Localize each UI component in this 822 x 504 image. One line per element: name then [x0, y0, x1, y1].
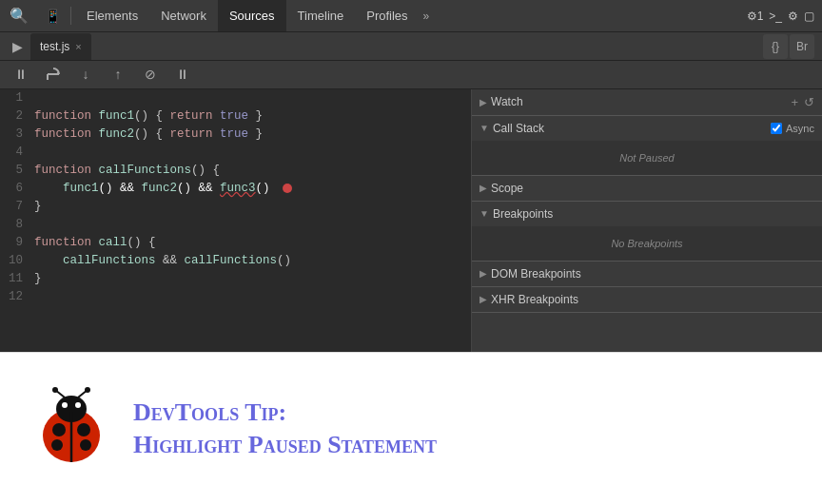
- format-button[interactable]: Br: [790, 34, 814, 59]
- toolbar-right: ⚙1 >_ ⚙ ▢: [747, 10, 822, 23]
- scope-arrow: ▶: [480, 183, 487, 193]
- pause-resume-button[interactable]: ⏸: [8, 61, 34, 87]
- async-checkbox[interactable]: [771, 123, 782, 134]
- error-indicator: [283, 184, 292, 193]
- file-name: test.js: [40, 40, 69, 53]
- mobile-icon[interactable]: 📱: [38, 9, 67, 24]
- code-line-5: 5 function callFunctions() {: [0, 162, 471, 180]
- main-area: 1 2 function func1() { return true } 3 f…: [0, 89, 822, 352]
- tip-title-line2: Highlight Paused Statement: [133, 429, 793, 461]
- code-line-1: 1: [0, 89, 471, 107]
- svg-point-15: [85, 387, 90, 393]
- watch-arrow: ▶: [480, 97, 487, 107]
- code-line-3: 3 function func2() { return true }: [0, 126, 471, 144]
- breakpoints-label: Breakpoints: [493, 207, 814, 221]
- code-line-8: 8: [0, 216, 471, 234]
- watch-actions: + ↺: [791, 95, 814, 109]
- step-over-button[interactable]: [40, 61, 67, 87]
- xhr-breakpoints-label: XHR Breakpoints: [491, 293, 814, 306]
- tip-title-line1: DevTools Tip:: [133, 397, 793, 429]
- code-line-11: 11 }: [0, 270, 471, 288]
- no-breakpoints-status: No Breakpoints: [480, 230, 814, 257]
- call-stack-arrow: ▼: [480, 123, 489, 133]
- scope-header[interactable]: ▶ Scope: [472, 176, 822, 201]
- breakpoints-header[interactable]: ▼ Breakpoints: [472, 202, 822, 226]
- debug-toolbar: ⏸ ↓ ↑ ⊘ ⏸: [0, 61, 822, 89]
- async-text: Async: [786, 123, 814, 134]
- dom-breakpoints-arrow: ▶: [480, 268, 487, 279]
- svg-point-8: [51, 439, 63, 451]
- code-line-9: 9 function call() {: [0, 234, 471, 252]
- breakpoints-body: No Breakpoints: [472, 226, 822, 261]
- svg-point-14: [52, 387, 58, 393]
- code-line-2: 2 function func1() { return true }: [0, 107, 471, 126]
- pretty-print-button[interactable]: {}: [763, 34, 788, 59]
- not-paused-status: Not Paused: [480, 145, 814, 171]
- watch-add-button[interactable]: +: [791, 95, 798, 109]
- right-panel: ▶ Watch + ↺ ▼ Call Stack Async: [472, 89, 822, 352]
- step-into-button[interactable]: ↓: [72, 61, 99, 87]
- tip-content: DevTools Tip: Highlight Paused Statement: [133, 397, 793, 461]
- settings-button[interactable]: ⚙: [788, 10, 798, 23]
- code-line-4: 4: [0, 144, 471, 162]
- code-line-7: 7 }: [0, 198, 471, 216]
- svg-point-9: [80, 439, 91, 451]
- sources-toolbar: ▶ test.js × {} Br: [0, 32, 822, 61]
- dock-button[interactable]: ▢: [804, 10, 814, 23]
- code-editor[interactable]: 1 2 function func1() { return true } 3 f…: [0, 89, 472, 352]
- dom-breakpoints-section: ▶ DOM Breakpoints: [472, 262, 822, 287]
- sources-toolbar-right: {} Br: [763, 34, 818, 59]
- nav-tabs: Elements Network Sources Timeline Profil…: [75, 0, 433, 31]
- code-line-10: 10 callFunctions && callFunctions(): [0, 252, 471, 270]
- scope-label: Scope: [491, 182, 814, 195]
- code-line-12: 12: [0, 288, 471, 306]
- console-button[interactable]: >_: [769, 10, 782, 23]
- tab-sources[interactable]: Sources: [218, 0, 286, 31]
- watch-label: Watch: [491, 95, 787, 108]
- dom-breakpoints-label: DOM Breakpoints: [491, 267, 814, 281]
- xhr-breakpoints-header[interactable]: ▶ XHR Breakpoints: [472, 287, 822, 312]
- watch-header[interactable]: ▶ Watch + ↺: [472, 89, 822, 115]
- tab-profiles[interactable]: Profiles: [355, 0, 419, 31]
- pause-on-exceptions-button[interactable]: ⏸: [169, 61, 196, 87]
- call-stack-label: Call Stack: [493, 122, 767, 135]
- scope-section: ▶ Scope: [472, 176, 822, 202]
- tip-area: DevTools Tip: Highlight Paused Statement: [0, 352, 822, 504]
- svg-point-6: [52, 423, 66, 436]
- tab-close-button[interactable]: ×: [75, 41, 81, 52]
- search-icon[interactable]: 🔍: [0, 0, 38, 31]
- tab-timeline[interactable]: Timeline: [286, 0, 356, 31]
- worker-indicator: ⚙1: [747, 10, 764, 23]
- play-button[interactable]: ▶: [4, 33, 30, 60]
- main-toolbar: 🔍 📱 Elements Network Sources Timeline Pr…: [0, 0, 822, 32]
- more-tabs-button[interactable]: »: [420, 0, 434, 31]
- dom-breakpoints-header[interactable]: ▶ DOM Breakpoints: [472, 262, 822, 286]
- tab-elements[interactable]: Elements: [75, 0, 149, 31]
- call-stack-body: Not Paused: [472, 141, 822, 175]
- svg-point-10: [62, 402, 68, 408]
- file-tab[interactable]: test.js ×: [30, 33, 91, 60]
- xhr-breakpoints-arrow: ▶: [480, 294, 487, 304]
- deactivate-breakpoints-button[interactable]: ⊘: [137, 61, 164, 87]
- xhr-breakpoints-section: ▶ XHR Breakpoints: [472, 287, 822, 313]
- ladybug-icon: [29, 386, 114, 472]
- svg-point-11: [75, 402, 81, 408]
- separator: [70, 7, 71, 26]
- call-stack-header[interactable]: ▼ Call Stack Async: [472, 116, 822, 141]
- code-line-6: 6 func1() && func2() && func3(): [0, 180, 471, 198]
- tab-network[interactable]: Network: [149, 0, 218, 31]
- watch-section: ▶ Watch + ↺: [472, 89, 822, 116]
- async-toggle[interactable]: Async: [771, 123, 814, 134]
- watch-refresh-button[interactable]: ↺: [804, 95, 814, 109]
- svg-point-7: [77, 423, 90, 436]
- step-out-button[interactable]: ↑: [105, 61, 131, 87]
- call-stack-section: ▼ Call Stack Async Not Paused: [472, 116, 822, 176]
- breakpoints-arrow: ▼: [480, 208, 489, 219]
- breakpoints-section: ▼ Breakpoints No Breakpoints: [472, 202, 822, 262]
